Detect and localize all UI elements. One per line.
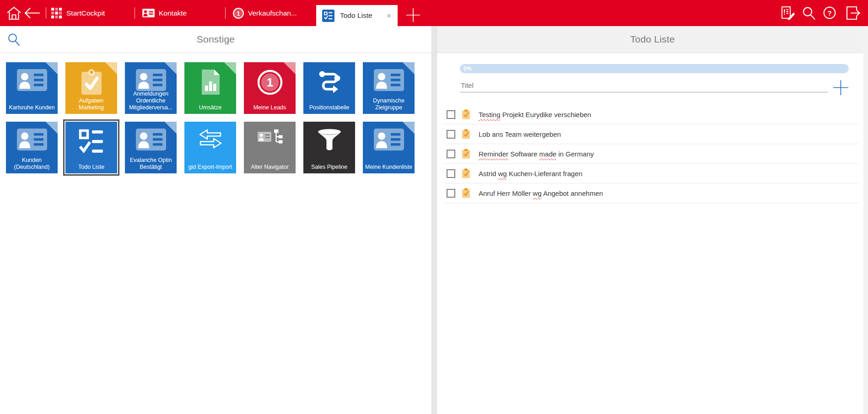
todo-title-segment: Kuchen-Lieferant fragen bbox=[507, 170, 582, 177]
circle-one-big-icon: 1 bbox=[244, 69, 296, 96]
todo-checkbox[interactable] bbox=[447, 189, 455, 198]
nav-item-kontakte[interactable]: Kontakte bbox=[142, 0, 187, 26]
svg-text:1: 1 bbox=[237, 10, 240, 16]
topbar: StartCockpit Kontakte 1 Verkaufschan... … bbox=[0, 0, 868, 26]
todo-panel: Todo Liste 0% Testing Projekt Eurydike v… bbox=[437, 26, 868, 414]
new-todo-row bbox=[460, 79, 849, 92]
search-button[interactable] bbox=[802, 6, 816, 20]
todo-title-segment: Angebot annehmen bbox=[542, 189, 603, 197]
todo-title[interactable]: Anruf Herr Möller wg Angebot annehmen bbox=[479, 189, 603, 197]
tile-anmeldungen-ordentliche-mitgliederversammlung[interactable]: Anmeldungen Ordentliche Mitgliederversa.… bbox=[125, 62, 177, 114]
search-icon[interactable] bbox=[7, 33, 20, 48]
contact-card-icon bbox=[363, 69, 415, 91]
home-icon bbox=[6, 6, 22, 20]
todo-title-segment: Lob ans Team weitergeben bbox=[479, 130, 561, 138]
close-icon[interactable]: × bbox=[387, 12, 391, 20]
panel-title: Sonstige bbox=[197, 34, 235, 45]
todo-checkbox[interactable] bbox=[447, 150, 455, 158]
nav-item-startcockpit[interactable]: StartCockpit bbox=[51, 0, 105, 26]
tile-umsaetze[interactable]: Umsätze bbox=[184, 62, 236, 114]
tile-positionstabelle[interactable]: Positionstabelle bbox=[303, 62, 355, 114]
task-clipboard-icon bbox=[462, 168, 470, 178]
task-clipboard-icon bbox=[462, 188, 470, 198]
tile-label: Umsätze bbox=[186, 104, 235, 111]
tile-alter-navigator[interactable]: Alter Navigator bbox=[244, 122, 296, 173]
task-clipboard-icon bbox=[462, 129, 470, 139]
tile-label: gid Export-Import bbox=[186, 164, 235, 171]
logout-button[interactable] bbox=[846, 6, 861, 20]
scrollbar[interactable] bbox=[863, 26, 868, 414]
todo-row[interactable]: Reminder Software made in Germany bbox=[444, 144, 859, 164]
tile-label: Positionstabelle bbox=[305, 104, 354, 111]
todo-list-icon bbox=[322, 10, 334, 22]
tile-label: Evalanche Optin Bestätigt bbox=[126, 157, 175, 171]
tile-label: Meine Kundenliste bbox=[364, 164, 413, 171]
todo-title-segment: made bbox=[539, 150, 557, 158]
nav-divider bbox=[46, 7, 46, 19]
funnel-icon bbox=[303, 129, 355, 152]
todo-title-segment: Software bbox=[508, 150, 539, 158]
navigator-icon bbox=[244, 129, 296, 146]
progress-value: 0% bbox=[460, 64, 471, 73]
flow-icon bbox=[303, 69, 355, 96]
new-tab-button[interactable] bbox=[406, 8, 421, 22]
nav-divider bbox=[135, 7, 135, 19]
todo-title-segment: wg bbox=[533, 189, 541, 197]
tile-meine-kundenliste[interactable]: Meine Kundenliste bbox=[363, 122, 415, 173]
todo-title-segment: Reminder bbox=[479, 150, 508, 158]
tile-todo-liste[interactable]: Todo Liste bbox=[65, 122, 117, 173]
todo-checkbox[interactable] bbox=[447, 169, 455, 178]
todo-title-segment: wg bbox=[498, 170, 507, 177]
todo-list-big-icon bbox=[65, 129, 117, 155]
tile-meine-leads[interactable]: 1 Meine Leads bbox=[244, 62, 296, 114]
todo-checkbox[interactable] bbox=[447, 110, 455, 119]
todo-title[interactable]: Astrid wg Kuchen-Lieferant fragen bbox=[479, 170, 582, 177]
tab-todo-liste[interactable]: Todo Liste × bbox=[316, 5, 398, 26]
todo-row[interactable]: Anruf Herr Möller wg Angebot annehmen bbox=[444, 183, 859, 203]
tile-label: Alter Navigator bbox=[245, 164, 294, 171]
contact-card-icon bbox=[125, 129, 177, 151]
help-icon: ? bbox=[823, 6, 836, 20]
todo-title-segment: Anruf Herr Möller bbox=[479, 189, 533, 197]
tile-karlsruhe-kunden[interactable]: Karlsruhe Kunden bbox=[6, 62, 58, 114]
task-clipboard-icon bbox=[462, 109, 470, 119]
doc-chart-icon bbox=[184, 69, 236, 95]
todo-list: Testing Projekt Eurydike verschieben Lob… bbox=[444, 105, 859, 203]
svg-text:1: 1 bbox=[266, 75, 273, 89]
todo-title[interactable]: Lob ans Team weitergeben bbox=[479, 130, 561, 138]
svg-text:?: ? bbox=[827, 9, 831, 17]
help-button[interactable]: ? bbox=[823, 6, 836, 20]
clipboard-check-icon bbox=[65, 69, 117, 95]
tile-kunden-deutschland[interactable]: Kunden (Deutschland) bbox=[6, 122, 58, 173]
todo-title-segment: in Germany bbox=[556, 150, 594, 158]
nav-item-verkaufschancen[interactable]: 1 Verkaufschan... bbox=[232, 0, 297, 26]
todo-title-segment: Testing bbox=[479, 111, 501, 118]
tile-gid-export-import[interactable]: gid Export-Import bbox=[184, 122, 236, 173]
todo-title[interactable]: Reminder Software made in Germany bbox=[479, 150, 594, 158]
notes-button[interactable] bbox=[780, 5, 796, 21]
tile-label: Dynamische Zielgruppe bbox=[364, 97, 413, 111]
titel-input[interactable] bbox=[460, 79, 828, 92]
tile-dynamische-zielgruppe[interactable]: Dynamische Zielgruppe bbox=[363, 62, 415, 114]
tile-label: Meine Leads bbox=[245, 104, 294, 111]
add-todo-button[interactable] bbox=[833, 80, 849, 96]
tile-sales-pipeline[interactable]: Sales Pipeline bbox=[303, 122, 355, 173]
contact-card-icon bbox=[6, 129, 58, 151]
todo-row[interactable]: Testing Projekt Eurydike verschieben bbox=[444, 105, 859, 124]
todo-row[interactable]: Lob ans Team weitergeben bbox=[444, 124, 859, 144]
task-clipboard-icon bbox=[462, 149, 470, 159]
progress-bar: 0% bbox=[460, 64, 849, 73]
tile-label: Todo Liste bbox=[67, 164, 116, 171]
todo-checkbox[interactable] bbox=[447, 130, 455, 139]
tile-label: Karlsruhe Kunden bbox=[7, 104, 56, 111]
todo-title[interactable]: Testing Projekt Eurydike verschieben bbox=[479, 111, 591, 118]
contact-card-icon bbox=[142, 9, 155, 17]
nav-divider bbox=[225, 7, 226, 19]
tile-evalanche-optin-bestaetigt[interactable]: Evalanche Optin Bestätigt bbox=[125, 122, 177, 173]
tile-aufgaben-marketing[interactable]: Aufgaben Marketing bbox=[65, 62, 117, 114]
home-button[interactable] bbox=[6, 6, 22, 20]
arrows-lr-icon bbox=[184, 129, 236, 149]
search-icon bbox=[802, 6, 816, 20]
todo-row[interactable]: Astrid wg Kuchen-Lieferant fragen bbox=[444, 164, 859, 183]
back-button[interactable] bbox=[24, 7, 41, 19]
